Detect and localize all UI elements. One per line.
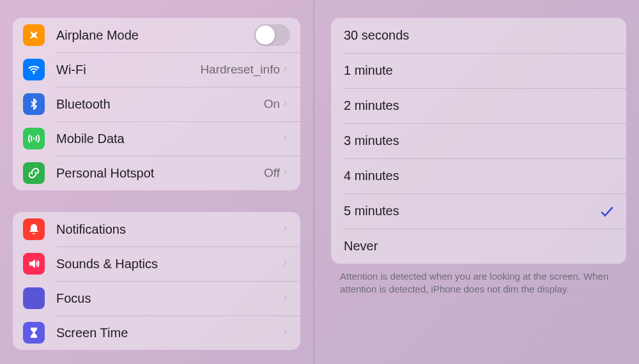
chevron-right-icon <box>284 133 290 144</box>
airplane-icon <box>23 24 45 46</box>
option-label: 1 minute <box>344 63 393 78</box>
settings-group-connectivity: Airplane ModeWi-FiHardreset_infoBluetoot… <box>13 18 300 190</box>
chevron-right-icon <box>284 259 290 269</box>
detail-pane: 30 seconds1 minute2 minutes3 minutes4 mi… <box>314 0 639 364</box>
option-label: Never <box>344 239 378 254</box>
sidebar-item-notifications[interactable]: Notifications <box>13 212 300 246</box>
sidebar-item-label: Airplane Mode <box>56 28 139 43</box>
sidebar-item-label: Notifications <box>56 222 126 237</box>
sidebar-item-label: Mobile Data <box>56 132 125 146</box>
sidebar-item-bluetooth[interactable]: BluetoothOn <box>13 87 300 121</box>
footer-text: Attention is detected when you are looki… <box>331 264 626 296</box>
antenna-icon <box>23 128 45 149</box>
option-label: 30 seconds <box>344 28 409 43</box>
autolock-option-1[interactable]: 1 minute <box>331 53 626 88</box>
sidebar-item-label: Bluetooth <box>56 97 111 112</box>
chevron-right-icon <box>284 224 290 234</box>
autolock-option-5[interactable]: 5 minutes <box>331 193 626 229</box>
option-label: 5 minutes <box>344 204 399 218</box>
settings-group-attention: NotificationsSounds & HapticsFocusScreen… <box>13 212 300 350</box>
bluetooth-icon <box>23 93 45 115</box>
chevron-right-icon <box>284 64 290 75</box>
sidebar-item-sounds[interactable]: Sounds & Haptics <box>13 246 300 281</box>
autolock-option-4[interactable]: 4 minutes <box>331 158 626 193</box>
sidebar-item-hotspot[interactable]: Personal HotspotOff <box>13 156 300 190</box>
hotspot-value: Off <box>264 166 280 180</box>
airplane-toggle[interactable] <box>254 24 290 46</box>
chevron-right-icon <box>284 293 290 303</box>
bell-icon <box>23 218 45 240</box>
sidebar-item-label: Sounds & Haptics <box>56 257 158 271</box>
autolock-option-3[interactable]: 3 minutes <box>331 123 626 158</box>
wifi-icon <box>23 59 45 80</box>
sidebar-item-label: Personal Hotspot <box>56 166 154 181</box>
checkmark-icon <box>599 204 613 218</box>
autolock-options: 30 seconds1 minute2 minutes3 minutes4 mi… <box>331 18 626 264</box>
sidebar-item-airplane[interactable]: Airplane Mode <box>13 18 300 52</box>
sidebar-item-label: Focus <box>56 291 91 306</box>
option-label: 2 minutes <box>344 98 399 113</box>
speaker-icon <box>23 253 45 275</box>
sidebar-item-screentime[interactable]: Screen Time <box>13 315 300 350</box>
sidebar-item-label: Screen Time <box>56 326 128 340</box>
option-label: 3 minutes <box>344 133 399 148</box>
wifi-value: Hardreset_info <box>200 63 280 77</box>
link-icon <box>23 162 45 184</box>
option-label: 4 minutes <box>344 169 399 183</box>
chevron-right-icon <box>284 99 290 109</box>
sidebar-item-wifi[interactable]: Wi-FiHardreset_info <box>13 52 300 87</box>
moon-icon <box>23 287 45 309</box>
sidebar-item-label: Wi-Fi <box>56 63 86 77</box>
settings-sidebar: Airplane ModeWi-FiHardreset_infoBluetoot… <box>0 0 313 364</box>
autolock-option-2[interactable]: 2 minutes <box>331 88 626 123</box>
sidebar-item-mobile[interactable]: Mobile Data <box>13 121 300 156</box>
sidebar-item-focus[interactable]: Focus <box>13 281 300 315</box>
chevron-right-icon <box>284 328 290 338</box>
autolock-option-6[interactable]: Never <box>331 229 626 264</box>
chevron-right-icon <box>284 168 290 178</box>
bluetooth-value: On <box>264 97 280 111</box>
hourglass-icon <box>23 322 45 344</box>
autolock-option-0[interactable]: 30 seconds <box>331 18 626 53</box>
